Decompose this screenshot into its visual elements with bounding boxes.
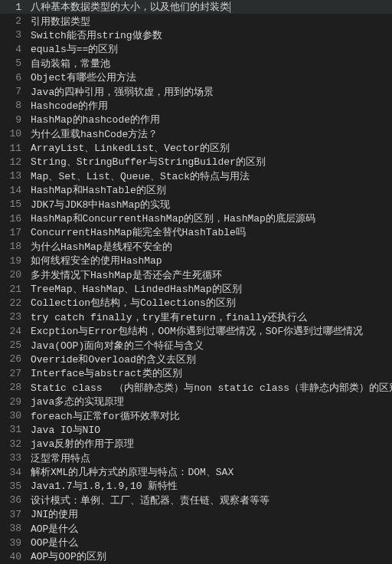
line-number: 10 — [0, 128, 28, 139]
code-line[interactable]: 23try catch finally，try里有return，finally还… — [0, 310, 392, 324]
line-number: 3 — [0, 29, 28, 41]
code-line[interactable]: 16HashMap和ConcurrentHashMap的区别，HashMap的底… — [0, 212, 392, 225]
line-number: 17 — [0, 227, 28, 238]
code-line[interactable]: 19如何线程安全的使用HashMap — [0, 254, 392, 267]
code-line[interactable]: 30foreach与正常for循环效率对比 — [0, 408, 392, 422]
line-number: 33 — [0, 452, 28, 464]
line-number: 38 — [0, 523, 28, 534]
code-line[interactable]: 2引用数据类型 — [0, 14, 392, 28]
line-number: 32 — [0, 438, 28, 450]
line-text[interactable]: OOP是什么 — [28, 536, 78, 549]
line-text[interactable]: 多并发情况下HashMap是否还会产生死循环 — [28, 268, 222, 282]
line-text[interactable]: Interface与abstract类的区别 — [28, 366, 182, 380]
line-text[interactable]: Java1.7与1.8,1.9,10 新特性 — [28, 479, 178, 493]
line-text[interactable]: Java(OOP)面向对象的三个特征与含义 — [28, 339, 204, 352]
code-line[interactable]: 11ArrayList、LinkedList、Vector的区别 — [0, 141, 392, 155]
code-line[interactable]: 24Excption与Error包结构，OOM你遇到过哪些情况，SOF你遇到过哪… — [0, 324, 392, 338]
line-text[interactable]: Java的四种引用，强弱软虚，用到的场景 — [28, 85, 214, 99]
code-line[interactable]: 33泛型常用特点 — [0, 451, 392, 465]
line-text[interactable]: 泛型常用特点 — [28, 451, 90, 465]
line-text[interactable]: 引用数据类型 — [28, 15, 90, 28]
line-text[interactable]: JDK7与JDK8中HashMap的实现 — [28, 198, 170, 212]
line-text[interactable]: 设计模式：单例、工厂、适配器、责任链、观察者等等 — [28, 494, 270, 507]
line-text[interactable]: Java IO与NIO — [28, 423, 100, 437]
line-text[interactable]: Object有哪些公用方法 — [28, 70, 136, 84]
code-line[interactable]: 36设计模式：单例、工厂、适配器、责任链、观察者等等 — [0, 494, 392, 507]
line-number: 22 — [0, 297, 28, 309]
code-line[interactable]: 17ConcurrentHashMap能完全替代HashTable吗 — [0, 225, 392, 239]
code-line[interactable]: 20多并发情况下HashMap是否还会产生死循环 — [0, 267, 392, 281]
line-text[interactable]: try catch finally，try里有return，finally还执行… — [28, 310, 307, 324]
line-number: 16 — [0, 213, 28, 225]
code-line[interactable]: 14HashMap和HashTable的区别 — [0, 183, 392, 197]
line-text[interactable]: java反射的作用于原理 — [28, 437, 134, 451]
line-text[interactable]: 八种基本数据类型的大小，以及他们的封装类 — [28, 0, 230, 14]
code-line[interactable]: 6Object有哪些公用方法 — [0, 70, 392, 84]
line-number: 1 — [0, 2, 28, 13]
line-text[interactable]: Excption与Error包结构，OOM你遇到过哪些情况，SOF你遇到过哪些情… — [28, 324, 363, 338]
code-line[interactable]: 1八种基本数据类型的大小，以及他们的封装类 — [0, 0, 392, 14]
line-text[interactable]: Map、Set、List、Queue、Stack的特点与用法 — [28, 169, 250, 183]
code-line[interactable]: 3Switch能否用string做参数 — [0, 28, 392, 42]
line-text[interactable]: Static class （内部静态类）与non static class（非静… — [28, 381, 392, 395]
code-line[interactable]: 5自动装箱，常量池 — [0, 57, 392, 70]
line-text[interactable]: HashMap的hashcode的作用 — [28, 113, 160, 126]
code-line[interactable]: 28Static class （内部静态类）与non static class（… — [0, 381, 392, 395]
code-line[interactable]: 37JNI的使用 — [0, 507, 392, 521]
line-text[interactable]: Hashcode的作用 — [28, 99, 108, 113]
code-line[interactable]: 15JDK7与JDK8中HashMap的实现 — [0, 197, 392, 211]
line-text[interactable]: HashMap和ConcurrentHashMap的区别，HashMap的底层源… — [28, 212, 315, 225]
code-line[interactable]: 7Java的四种引用，强弱软虚，用到的场景 — [0, 84, 392, 98]
code-line[interactable]: 40AOP与OOP的区别 — [0, 549, 392, 563]
line-text[interactable]: ArrayList、LinkedList、Vector的区别 — [28, 141, 230, 155]
line-text[interactable]: AOP与OOP的区别 — [28, 549, 106, 563]
code-line[interactable]: 29java多态的实现原理 — [0, 395, 392, 408]
code-line[interactable]: 27Interface与abstract类的区别 — [0, 366, 392, 380]
line-number: 20 — [0, 269, 28, 280]
line-text[interactable]: JNI的使用 — [28, 507, 78, 521]
line-text[interactable]: 自动装箱，常量池 — [28, 57, 110, 70]
line-text[interactable]: foreach与正常for循环效率对比 — [28, 409, 180, 423]
line-text[interactable]: HashMap和HashTable的区别 — [28, 183, 166, 197]
line-text[interactable]: equals与==的区别 — [28, 42, 118, 56]
line-text[interactable]: Collection包结构，与Collections的区别 — [28, 296, 236, 310]
code-line[interactable]: 4equals与==的区别 — [0, 42, 392, 56]
code-line[interactable]: 21TreeMap、HashMap、LindedHashMap的区别 — [0, 282, 392, 296]
code-line[interactable]: 34解析XML的几种方式的原理与特点：DOM、SAX — [0, 465, 392, 479]
line-text[interactable]: AOP是什么 — [28, 522, 78, 536]
line-number: 15 — [0, 198, 28, 210]
code-line[interactable]: 9HashMap的hashcode的作用 — [0, 113, 392, 126]
code-line[interactable]: 35Java1.7与1.8,1.9,10 新特性 — [0, 479, 392, 493]
code-line[interactable]: 32java反射的作用于原理 — [0, 437, 392, 451]
code-line[interactable]: 31Java IO与NIO — [0, 423, 392, 437]
line-text[interactable]: 为什么HashMap是线程不安全的 — [28, 240, 172, 254]
line-number: 19 — [0, 255, 28, 267]
code-line[interactable]: 25Java(OOP)面向对象的三个特征与含义 — [0, 338, 392, 352]
line-number: 31 — [0, 424, 28, 435]
line-text[interactable]: TreeMap、HashMap、LindedHashMap的区别 — [28, 282, 242, 296]
line-text[interactable]: ConcurrentHashMap能完全替代HashTable吗 — [28, 225, 246, 239]
line-number: 13 — [0, 170, 28, 182]
line-number: 7 — [0, 86, 28, 97]
line-number: 6 — [0, 72, 28, 84]
code-line[interactable]: 38AOP是什么 — [0, 521, 392, 535]
code-line[interactable]: 12String、StringBuffer与StringBuilder的区别 — [0, 155, 392, 169]
line-text[interactable]: Switch能否用string做参数 — [28, 28, 162, 42]
code-line[interactable]: 13Map、Set、List、Queue、Stack的特点与用法 — [0, 169, 392, 183]
line-text[interactable]: Override和Overload的含义去区别 — [28, 352, 196, 366]
code-line[interactable]: 8Hashcode的作用 — [0, 99, 392, 113]
code-line[interactable]: 10为什么重载hashCode方法？ — [0, 127, 392, 141]
code-line[interactable]: 18为什么HashMap是线程不安全的 — [0, 240, 392, 254]
text-cursor — [230, 2, 230, 13]
code-line[interactable]: 39OOP是什么 — [0, 536, 392, 549]
line-text[interactable]: 解析XML的几种方式的原理与特点：DOM、SAX — [28, 465, 234, 479]
code-line[interactable]: 22Collection包结构，与Collections的区别 — [0, 296, 392, 310]
line-text[interactable]: 为什么重载hashCode方法？ — [28, 127, 158, 141]
line-text[interactable]: 如何线程安全的使用HashMap — [28, 254, 162, 267]
line-number: 5 — [0, 57, 28, 69]
code-editor[interactable]: 1八种基本数据类型的大小，以及他们的封装类2引用数据类型3Switch能否用st… — [0, 0, 392, 564]
line-text[interactable]: String、StringBuffer与StringBuilder的区别 — [28, 155, 266, 169]
code-line[interactable]: 26Override和Overload的含义去区别 — [0, 352, 392, 366]
line-number: 29 — [0, 396, 28, 408]
line-text[interactable]: java多态的实现原理 — [28, 395, 124, 408]
